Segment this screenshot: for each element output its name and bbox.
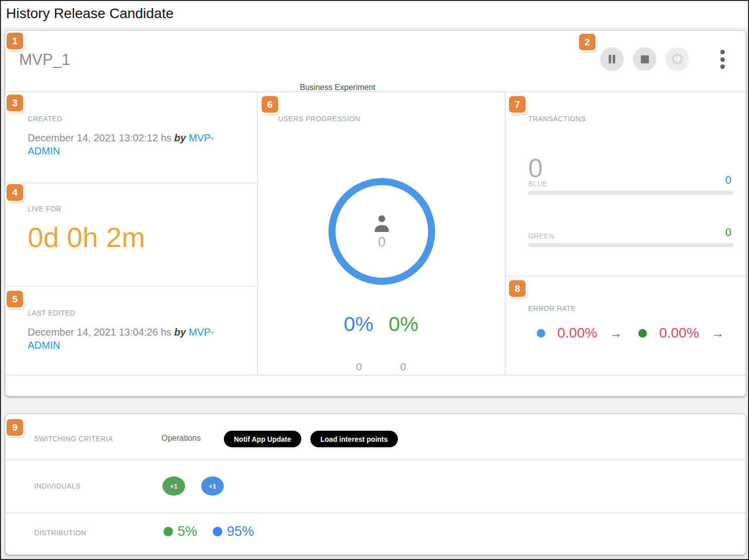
transactions-divider bbox=[505, 276, 746, 276]
transactions-label: TRANSACTIONS bbox=[528, 115, 586, 123]
operations-label: Operations bbox=[161, 434, 201, 443]
livefor-divider bbox=[6, 286, 257, 286]
annotation-badge-1: 1 bbox=[7, 33, 23, 49]
blue-user-count: 0 bbox=[356, 361, 362, 373]
promote-button[interactable]: ⚙ ➜ bbox=[665, 47, 689, 71]
green-percentage: 0% bbox=[389, 312, 419, 336]
created-label: CREATED bbox=[28, 115, 62, 123]
switching-criteria-label: SWITCHING CRITERIA bbox=[34, 435, 113, 443]
individuals-divider bbox=[6, 513, 745, 513]
more-options-button[interactable] bbox=[712, 49, 732, 70]
distribution-green: 5% bbox=[163, 524, 197, 539]
created-by-label: by bbox=[174, 132, 186, 143]
operation-button-load-interest-points[interactable]: Load interest points bbox=[310, 431, 398, 447]
header-divider bbox=[6, 92, 745, 92]
live-for-label: LIVE FOR bbox=[28, 205, 61, 213]
live-for-value: 0d 0h 2m bbox=[28, 221, 145, 254]
individuals-green-chip[interactable]: +1 bbox=[162, 476, 185, 496]
switching-header-divider bbox=[6, 459, 745, 460]
individuals-blue-chip[interactable]: +1 bbox=[201, 476, 224, 496]
blue-distribution-value: 95% bbox=[227, 524, 254, 539]
card-bottom-divider bbox=[6, 375, 745, 375]
blue-dot-icon bbox=[213, 527, 222, 536]
arrow-right-icon: → bbox=[711, 326, 724, 341]
error-rate-row: 0.00% → 0.00% → bbox=[537, 325, 724, 341]
person-icon bbox=[372, 213, 392, 232]
blue-dot-icon bbox=[537, 329, 545, 338]
kebab-dot bbox=[720, 50, 725, 54]
pause-button[interactable] bbox=[600, 47, 624, 71]
experiment-type-label: Business Experiment bbox=[300, 83, 375, 92]
annotation-badge-6: 6 bbox=[262, 96, 278, 113]
distribution-label: DISTRIBUTION bbox=[34, 529, 87, 537]
users-progression-label: USERS PROGRESSION bbox=[278, 115, 360, 123]
created-divider bbox=[6, 183, 257, 183]
stop-icon bbox=[641, 55, 649, 63]
last-edited-date: December 14, 2021 13:04:26 hs by MVP-ADM… bbox=[28, 326, 224, 352]
pause-icon bbox=[609, 55, 615, 63]
page-title: History Release Candidate bbox=[6, 6, 174, 22]
annotation-badge-7: 7 bbox=[509, 96, 526, 113]
green-dot-icon bbox=[638, 329, 647, 338]
switching-criteria-card: 9 SWITCHING CRITERIA Operations Notif Ap… bbox=[5, 414, 746, 555]
operation-button-notif-app-update[interactable]: Notif App Update bbox=[224, 431, 301, 447]
users-count: 0 bbox=[378, 234, 385, 250]
users-subcounts: 0 0 bbox=[257, 361, 505, 373]
error-rate-label: ERROR RATE bbox=[528, 304, 576, 312]
last-edited-date-text: December 14, 2021 13:04:26 hs bbox=[28, 327, 172, 338]
created-date: December 14, 2021 13:02:12 hs by MVP-ADM… bbox=[28, 131, 224, 157]
title-bar: History Release Candidate bbox=[1, 1, 748, 27]
blue-progress-bar bbox=[528, 191, 733, 195]
green-progress-bar bbox=[528, 243, 733, 247]
last-edited-label: LAST EDITED bbox=[28, 309, 75, 317]
created-date-text: December 14, 2021 13:02:12 hs bbox=[28, 132, 172, 143]
green-distribution-value: 5% bbox=[178, 524, 197, 539]
green-error-value: 0.00% bbox=[659, 325, 699, 341]
stop-button[interactable] bbox=[633, 47, 656, 71]
kebab-dot bbox=[720, 64, 725, 69]
experiment-card: 1 2 3 4 5 6 7 8 MVP_1 Business Experimen… bbox=[5, 30, 746, 396]
annotation-badge-8: 8 bbox=[509, 280, 526, 297]
right-column-divider bbox=[505, 92, 506, 375]
green-user-count: 0 bbox=[400, 361, 406, 373]
green-row-label: GREEN bbox=[528, 232, 554, 240]
blue-row-label: BLUE bbox=[528, 180, 547, 188]
users-progression-ring: 0 bbox=[328, 178, 435, 285]
annotation-badge-3: 3 bbox=[7, 95, 23, 111]
arrow-right-icon: → bbox=[609, 326, 622, 341]
annotation-badge-5: 5 bbox=[7, 291, 23, 307]
individuals-label: INDIVIDUALS bbox=[34, 482, 80, 490]
blue-error-value: 0.00% bbox=[557, 325, 597, 341]
annotation-badge-4: 4 bbox=[7, 184, 23, 201]
green-dot-icon bbox=[163, 527, 173, 536]
annotation-badge-9: 9 bbox=[7, 419, 23, 436]
blue-row-value: 0 bbox=[725, 174, 731, 187]
blue-percentage: 0% bbox=[344, 312, 373, 336]
kebab-dot bbox=[720, 57, 725, 62]
experiment-name: MVP_1 bbox=[19, 51, 70, 69]
users-percentages: 0% 0% bbox=[257, 312, 505, 336]
green-row-value: 0 bbox=[725, 226, 731, 239]
transactions-total: 0 bbox=[528, 153, 543, 183]
distribution-blue: 95% bbox=[213, 524, 254, 539]
last-edited-by-label: by bbox=[174, 327, 186, 338]
gear-arrow-icon: ⚙ ➜ bbox=[669, 51, 686, 68]
app-window: History Release Candidate 1 2 3 4 5 6 7 … bbox=[0, 0, 749, 560]
annotation-badge-2: 2 bbox=[579, 34, 596, 50]
